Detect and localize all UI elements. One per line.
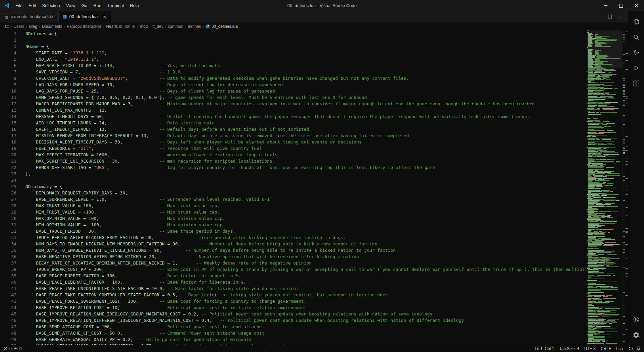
line-number[interactable]: 2 [0, 37, 25, 43]
line-number[interactable]: 40 [0, 279, 25, 285]
menu-terminal[interactable]: Terminal [104, 0, 127, 11]
code-line[interactable]: LAG_DAYS_FOR_PAUSE = 25, -- Days of clie… [25, 88, 587, 94]
minimap-slider[interactable] [587, 31, 622, 68]
code-line[interactable]: COMBAT_LOG_MAX_MONTHS = 12, [25, 107, 587, 113]
code-line[interactable]: BASE_IMPROVE_RELATION_DIFFERENT_IDEOLOGY… [25, 317, 587, 324]
line-number[interactable]: 47 [0, 324, 25, 330]
code-line[interactable]: BASE_PEACE_PUPPET_FACTOR = 100, -- Base … [25, 273, 587, 279]
breadcrumb-item[interactable]: Hearts of Iron IV [106, 24, 136, 29]
code-line[interactable]: NUM_DAYS_TO_ENABLE_REINVITE_KICKED_NATIO… [25, 247, 587, 253]
line-number[interactable]: 9 [0, 81, 25, 88]
code-line[interactable]: BASE_NEGATIVE_OPINION_AFTER_BEING_KICKED… [25, 253, 587, 260]
line-number[interactable]: 18 [0, 139, 25, 145]
code-line[interactable]: BASE_PEACE_TAKE_UNCONTROLLED_STATE_FACTO… [25, 285, 587, 292]
code-line[interactable]: MESSAGE_TIMEOUT_DAYS = 60, -- Useful if … [25, 113, 587, 120]
line-number[interactable]: 39 [0, 273, 25, 279]
line-number[interactable]: 49 [0, 336, 25, 343]
code-line[interactable]: MIN_TRUST_VALUE = -100, -- Min trust val… [25, 209, 587, 215]
line-number[interactable]: 46 [0, 317, 25, 324]
line-number[interactable]: 26 [0, 190, 25, 196]
breadcrumb-item[interactable]: defines [187, 24, 201, 29]
minimap[interactable] [587, 31, 622, 345]
line-number[interactable]: 1 [0, 31, 25, 37]
feedback-smiley-icon[interactable] [629, 346, 633, 351]
activity-source-control[interactable] [628, 45, 644, 60]
code-line[interactable]: WARGOAL_VERSUS_MAJOR_AT_WAR_REDUCTION = … [25, 343, 587, 345]
line-number[interactable]: 44 [0, 304, 25, 311]
menu-run[interactable]: Run [90, 0, 104, 11]
breadcrumb-item[interactable]: kiteg [29, 24, 38, 29]
activity-explorer[interactable] [628, 14, 644, 30]
line-number[interactable]: 11 [0, 94, 25, 101]
tab-example_bookmark.txt[interactable]: example_bookmark.txt [0, 11, 59, 22]
code-line[interactable]: MAX_OPINION_VALUE = 100, -- Max opinion … [25, 215, 587, 222]
line-number[interactable]: 33 [0, 234, 25, 241]
line-number[interactable]: 15 [0, 120, 25, 126]
line-number[interactable]: 16 [0, 126, 25, 132]
line-number[interactable]: 41 [0, 285, 25, 292]
code-line[interactable]: MAX_TRUST_VALUE = 100, -- Max trust valu… [25, 202, 587, 209]
status-lua[interactable]: Lua [616, 346, 623, 351]
code-line[interactable]: END_DATE = "1949.1.1.1", [25, 56, 587, 62]
status-crlf[interactable]: CRLF [601, 346, 611, 351]
status-ln-1-col-1[interactable]: Ln 1, Col 1 [535, 346, 554, 351]
code-line[interactable]: MAX_SCRIPTED_LOC_RECURSION = 30, -- max … [25, 158, 587, 164]
line-number[interactable]: 3 [0, 43, 25, 50]
breadcrumb-item[interactable]: common [168, 24, 184, 29]
code-line[interactable]: MAP_SCALE_PIXEL_TO_KM = 7.114, -- Yes, w… [25, 62, 587, 69]
activity-run-debug[interactable] [628, 60, 644, 76]
code-line[interactable]: HANDS_OFF_START_TAG = "URG", -- tag for … [25, 164, 587, 171]
line-number[interactable]: 43 [0, 298, 25, 304]
code-line[interactable]: GAME_SPEED_SECONDS = { 2.0, 0.5, 0.2, 0.… [25, 94, 587, 101]
code-line[interactable]: CHECKSUM_SALT = "zwOdv5d9wm9uDSOT", -- D… [25, 75, 587, 81]
line-number[interactable]: 8 [0, 75, 25, 81]
split-editor-button[interactable] [606, 13, 614, 21]
code-line[interactable]: BASE_IMPROVE_RELATION_SAME_IDEOLOGY_GROU… [25, 311, 587, 317]
breadcrumb-item[interactable]: mod [140, 24, 148, 29]
line-number[interactable]: 24 [0, 177, 25, 183]
code-line[interactable]: LAG_DAYS_FOR_LOWER_SPEED = 10, -- Days o… [25, 81, 587, 88]
code-line[interactable]: BASE_GENERATE_WARGOAL_DAILY_PP = 0.2, --… [25, 336, 587, 343]
line-number[interactable]: 5 [0, 56, 25, 62]
code-line[interactable]: EVENT_TIMEOUT_DEFAULT = 13, -- Default d… [25, 126, 587, 132]
line-number[interactable]: 21 [0, 158, 25, 164]
code-line[interactable]: FUEL_RESOURCE = "oil", -- resource that … [25, 145, 587, 152]
breadcrumb-item[interactable]: Users [13, 24, 24, 29]
line-number[interactable]: 23 [0, 171, 25, 177]
line-number[interactable]: 4 [0, 50, 25, 56]
code-line[interactable]: TRUCE_BREAK_COST_PP = 200, -- Base cost … [25, 266, 587, 273]
code-line[interactable]: NDiplomacy = { [25, 183, 587, 190]
breadcrumb-item[interactable]: C: [5, 24, 9, 29]
line-number[interactable]: 20 [0, 152, 25, 158]
line-number[interactable]: 7 [0, 69, 25, 75]
code-line[interactable] [25, 37, 587, 43]
activity-extensions[interactable] [628, 76, 644, 91]
line-number[interactable]: 6 [0, 62, 25, 69]
line-number[interactable]: 34 [0, 241, 25, 247]
line-number[interactable]: 36 [0, 253, 25, 260]
menu-view[interactable]: View [63, 0, 78, 11]
menu-go[interactable]: Go [78, 0, 90, 11]
code-line[interactable]: DECAY_RATE_OF_NEGATIVE_OPINION_AFTER_BEI… [25, 260, 587, 266]
code-area[interactable]: NDefines = {NGame = { START_DATE = "1936… [25, 31, 587, 345]
line-number[interactable]: 37 [0, 260, 25, 266]
line-number[interactable]: 14 [0, 113, 25, 120]
code-line[interactable]: NGame = { [25, 43, 587, 50]
code-line[interactable]: NDefines = { [25, 31, 587, 37]
line-number[interactable]: 22 [0, 164, 25, 171]
line-number[interactable]: 13 [0, 107, 25, 113]
line-number[interactable]: 31 [0, 222, 25, 228]
line-number[interactable]: 35 [0, 247, 25, 253]
restore-button[interactable] [613, 0, 629, 11]
status-tab-size-4[interactable]: Tab Size: 4 [559, 346, 579, 351]
line-number[interactable]: 30 [0, 215, 25, 222]
line-number[interactable]: 10 [0, 88, 25, 94]
problems-indicator[interactable]: 0 0 [3, 346, 21, 351]
account-button[interactable] [628, 312, 644, 327]
line-number[interactable]: 50 [0, 343, 25, 345]
menu-selection[interactable]: Selection [39, 0, 63, 11]
settings-button[interactable] [628, 327, 644, 343]
line-number[interactable]: 25 [0, 183, 25, 190]
code-line[interactable]: DECISION_ALERT_TIMEOUT_DAYS = 30, -- Day… [25, 139, 587, 145]
close-tab-icon[interactable]: × [102, 14, 107, 19]
